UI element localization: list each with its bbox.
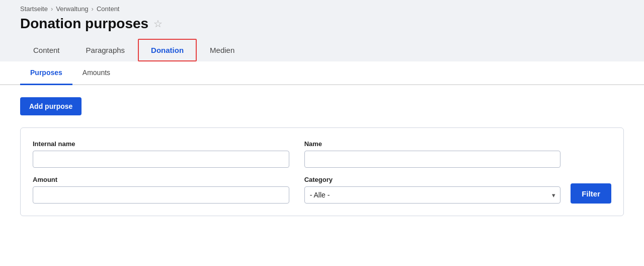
- page-wrapper: Startseite › Verwaltung › Content Donati…: [0, 0, 644, 266]
- category-select-wrapper: - Alle - ▾: [304, 186, 561, 204]
- main-tab-donation[interactable]: Donation: [138, 39, 197, 61]
- category-select[interactable]: - Alle -: [304, 186, 561, 204]
- amount-group: Amount: [33, 176, 289, 204]
- content-area: Add purpose Internal name Name Am: [0, 85, 644, 266]
- category-label: Category: [304, 176, 561, 183]
- filter-fields: Internal name Name Amount: [33, 140, 560, 204]
- breadcrumb-sep-2: ›: [92, 5, 94, 13]
- breadcrumb-content[interactable]: Content: [97, 5, 120, 13]
- name-label: Name: [304, 140, 561, 148]
- breadcrumb-startseite[interactable]: Startseite: [20, 5, 48, 13]
- name-input[interactable]: [304, 151, 561, 168]
- sub-tab-amounts[interactable]: Amounts: [72, 61, 120, 85]
- sub-tab-purposes[interactable]: Purposes: [20, 61, 72, 85]
- star-icon[interactable]: ☆: [153, 18, 163, 30]
- breadcrumb-verwaltung[interactable]: Verwaltung: [56, 5, 88, 13]
- add-purpose-button[interactable]: Add purpose: [20, 97, 82, 115]
- amount-input[interactable]: [33, 186, 289, 204]
- page-title-row: Donation purposes ☆: [20, 16, 624, 32]
- main-tab-content[interactable]: Content: [20, 39, 73, 61]
- internal-name-label: Internal name: [33, 140, 289, 148]
- category-group: Category - Alle - ▾: [304, 176, 561, 204]
- internal-name-input[interactable]: [33, 151, 289, 168]
- top-section: Startseite › Verwaltung › Content Donati…: [0, 0, 644, 32]
- main-tab-medien[interactable]: Medien: [197, 39, 248, 61]
- breadcrumb-sep-1: ›: [51, 5, 53, 13]
- amount-label: Amount: [33, 176, 289, 183]
- filter-button[interactable]: Filter: [571, 183, 611, 204]
- main-tab-paragraphs[interactable]: Paragraphs: [73, 39, 138, 61]
- filter-card: Internal name Name Amount: [20, 127, 624, 216]
- sub-tabs: Purposes Amounts: [20, 61, 624, 84]
- internal-name-group: Internal name: [33, 140, 289, 168]
- sub-section: Purposes Amounts Add purpose Internal na…: [0, 61, 644, 266]
- name-group: Name: [304, 140, 561, 168]
- main-tabs-bar: Content Paragraphs Donation Medien: [0, 39, 644, 61]
- breadcrumb: Startseite › Verwaltung › Content: [20, 5, 624, 13]
- page-title: Donation purposes: [20, 16, 148, 32]
- main-tabs: Content Paragraphs Donation Medien: [20, 39, 624, 61]
- sub-tabs-bar: Purposes Amounts: [0, 61, 644, 85]
